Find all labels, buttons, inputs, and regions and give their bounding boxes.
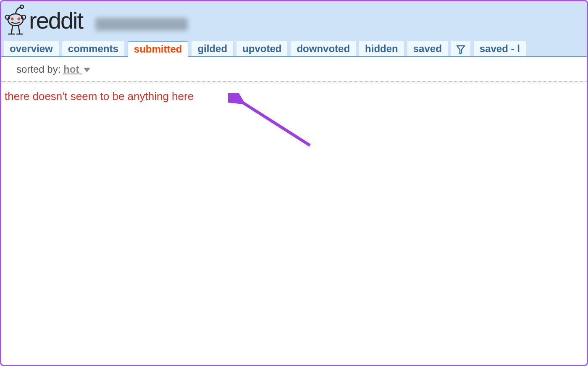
svg-point-4 [11,18,14,21]
tab-comments[interactable]: comments [62,41,124,57]
tabs: overview comments submitted gilded upvot… [4,41,587,57]
svg-point-0 [8,14,23,26]
svg-line-6 [241,101,310,145]
tab-downvoted[interactable]: downvoted [291,41,356,57]
content: sorted by: hot there doesn't seem to be … [1,56,587,103]
reddit-alien-icon [5,4,26,37]
tab-saved[interactable]: saved [407,41,448,57]
tab-hidden[interactable]: hidden [359,41,404,57]
empty-message: there doesn't seem to be anything here [1,82,587,103]
tab-saved-l[interactable]: saved - l [474,41,526,57]
svg-point-3 [20,5,24,8]
sort-dropdown[interactable]: hot [63,63,90,75]
annotation-arrow [228,93,320,160]
header: reddit overview comments submitted gilde… [1,1,587,57]
svg-point-5 [18,18,21,21]
sort-bar: sorted by: hot [1,57,587,82]
chevron-down-icon [84,68,90,72]
tab-filter[interactable] [451,41,470,57]
sort-label: sorted by: [16,63,63,75]
username-blurred [95,18,188,31]
tab-gilded[interactable]: gilded [192,41,233,57]
reddit-logo[interactable]: reddit [5,4,83,37]
tab-overview[interactable]: overview [4,41,59,57]
filter-icon [456,45,465,55]
reddit-wordmark: reddit [29,7,83,34]
tab-upvoted[interactable]: upvoted [236,41,287,57]
logo-area: reddit [1,3,587,37]
sort-value-text: hot [63,63,79,75]
tab-submitted[interactable]: submitted [128,41,189,57]
